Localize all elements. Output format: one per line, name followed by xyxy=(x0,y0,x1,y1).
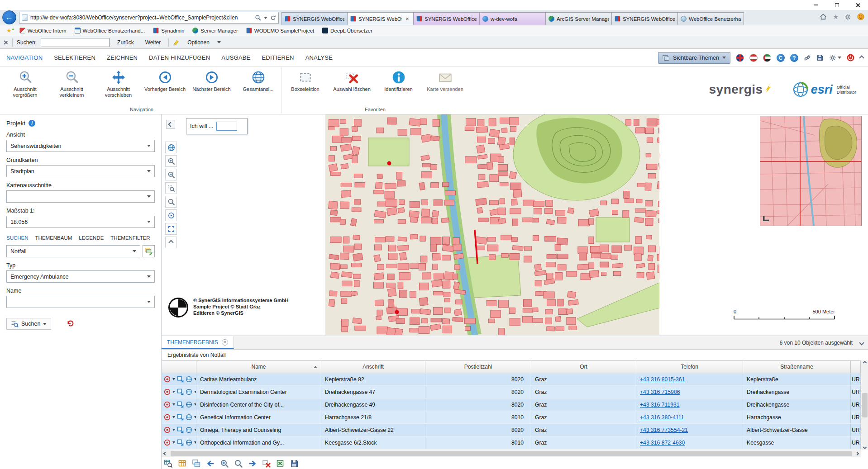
typ-select[interactable]: Emergency Ambulance xyxy=(6,270,155,283)
zoom-to-record-icon[interactable] xyxy=(177,388,184,395)
table-row[interactable]: Caritas Marieambulanz Keplerstraße 82 80… xyxy=(162,373,861,386)
vertical-scrollbar[interactable] xyxy=(861,360,868,450)
next-extent-tool[interactable]: Nächster Bereich xyxy=(188,67,235,106)
pan-tool[interactable]: Ausschnitt verschieben xyxy=(95,67,142,106)
find-input[interactable] xyxy=(41,38,110,47)
show-table-button[interactable] xyxy=(177,459,187,469)
save-icon[interactable] xyxy=(816,54,824,62)
highlight-target-icon[interactable] xyxy=(164,439,171,446)
scroll-up-icon[interactable] xyxy=(863,361,866,365)
browser-tab[interactable]: SYNERGIS WebOffice Ad... xyxy=(281,12,348,25)
zoom-scale-button[interactable] xyxy=(165,196,177,208)
telefon-link[interactable]: +43 316 773554-21 xyxy=(640,427,688,433)
suchthema-select[interactable]: Notfall xyxy=(6,245,140,257)
collapse-results-icon[interactable] xyxy=(859,340,864,345)
table-row[interactable]: Dermatological Examination Center Dreiha… xyxy=(162,386,861,398)
zoom-in-tool[interactable]: Ausschnitt vergrößern xyxy=(2,67,48,106)
scroll-left-icon[interactable] xyxy=(162,450,169,457)
grundkarten-select[interactable]: Stadtplan xyxy=(6,165,155,177)
settings-button[interactable] xyxy=(829,54,841,62)
box-selection-tool[interactable]: Boxselektion xyxy=(282,67,329,106)
previous-page-button[interactable] xyxy=(205,459,215,469)
i-will-input[interactable] xyxy=(216,122,237,131)
remove-result-button[interactable] xyxy=(262,459,272,469)
globe-icon[interactable] xyxy=(186,414,192,421)
send-map-tool[interactable]: Karte versenden xyxy=(422,67,468,106)
name-select[interactable] xyxy=(6,296,155,308)
search-icon[interactable] xyxy=(255,14,261,21)
collapse-sidebar-button[interactable] xyxy=(166,120,175,129)
tab-daten-hinzufuegen[interactable]: DATEN HINZUFÜGEN xyxy=(149,54,210,61)
tab-editieren[interactable]: EDITIEREN xyxy=(262,54,294,61)
overview-map[interactable] xyxy=(760,116,862,226)
column-telefon[interactable]: Telefon xyxy=(636,361,743,373)
add-favorite-icon[interactable]: ★ xyxy=(3,27,15,34)
zoom-to-selected-button[interactable] xyxy=(234,459,243,469)
close-button[interactable] xyxy=(847,0,868,10)
german-flag-icon[interactable] xyxy=(749,54,758,62)
ansicht-select[interactable]: Sehenswürdigkeiten xyxy=(6,140,155,152)
highlight-target-icon[interactable] xyxy=(164,376,171,383)
sidebar-tab-legende[interactable]: LEGENDE xyxy=(79,235,104,241)
telefon-link[interactable]: +43 316 715906 xyxy=(640,389,680,395)
column-url-partial[interactable] xyxy=(851,361,861,373)
zoom-to-record-icon[interactable] xyxy=(177,426,184,433)
browser-tab[interactable]: SYNERGIS WebOffice Ad... xyxy=(414,12,480,25)
favorite-item[interactable]: WebOffice Benutzerhand... xyxy=(71,25,149,36)
zoom-to-record-icon[interactable] xyxy=(177,401,184,408)
sidebar-tab-suchen[interactable]: SUCHEN xyxy=(6,235,29,241)
table-row[interactable]: Disinfection Center of the City of... Dr… xyxy=(162,398,861,411)
chevron-down-icon[interactable] xyxy=(264,17,267,19)
globe-icon[interactable] xyxy=(186,401,192,408)
zoom-to-record-icon[interactable] xyxy=(177,376,184,383)
full-extent-tool[interactable]: Gesamtansi... xyxy=(235,67,281,106)
search-button[interactable]: Suchen xyxy=(6,318,51,330)
scrollbar-thumb[interactable] xyxy=(171,451,852,456)
zoom-to-all-button[interactable] xyxy=(219,459,229,469)
map-zoom-out-button[interactable] xyxy=(165,169,177,180)
tab-ausgabe[interactable]: AUSGABE xyxy=(221,54,250,61)
copyright-icon[interactable] xyxy=(777,54,785,62)
massstab-select[interactable]: 18.056 xyxy=(6,216,155,228)
find-forward-button[interactable]: Weiter xyxy=(142,38,164,47)
telefon-link[interactable]: +43 316 872-4630 xyxy=(640,440,685,446)
previous-extent-tool[interactable]: Vorheriger Bereich xyxy=(142,67,188,106)
gear-icon[interactable] xyxy=(844,14,851,20)
minimize-button[interactable] xyxy=(806,0,826,10)
sidebar-tab-themenfilter[interactable]: THEMENFILTER xyxy=(110,235,150,241)
maximize-button[interactable] xyxy=(826,0,847,10)
horizontal-scrollbar[interactable] xyxy=(162,450,861,457)
collapse-ribbon-icon[interactable] xyxy=(859,55,864,60)
column-postleitzahl[interactable]: Postleitzahl xyxy=(425,361,531,373)
chevron-down-icon[interactable] xyxy=(172,416,175,418)
english-flag-icon[interactable] xyxy=(736,54,744,62)
telefon-link[interactable]: +43 316 380-4111 xyxy=(640,414,684,421)
clear-selection-tool[interactable]: Auswahl löschen xyxy=(329,67,375,106)
export-excel-button[interactable] xyxy=(276,459,286,469)
highlight-target-icon[interactable] xyxy=(164,388,171,395)
telefon-link[interactable]: +43 316 8015-361 xyxy=(640,376,685,383)
globe-icon[interactable] xyxy=(186,439,192,446)
refresh-icon[interactable] xyxy=(270,15,276,21)
favorite-item[interactable]: WebOffice Intern xyxy=(15,25,71,36)
highlight-marker-icon[interactable] xyxy=(173,39,180,46)
chevron-down-icon[interactable] xyxy=(172,378,175,380)
tab-navigation[interactable]: NAVIGATION xyxy=(6,54,43,61)
find-back-button[interactable]: Zurück xyxy=(114,38,138,47)
address-bar[interactable]: http://w-dev-wofa:8080/WebOffice/synserv… xyxy=(19,12,279,24)
visible-themes-button[interactable]: Sichtbare Themen xyxy=(658,52,730,64)
chevron-down-icon[interactable] xyxy=(172,429,175,431)
globe-icon[interactable] xyxy=(186,388,192,395)
tab-analyse[interactable]: ANALYSE xyxy=(305,54,333,61)
browser-tab-active[interactable]: SYNERGIS WebOffice ... xyxy=(348,12,414,25)
help-icon[interactable] xyxy=(790,54,798,62)
table-row[interactable]: Genetical Information Center Harrachgass… xyxy=(162,411,861,424)
i-will-box[interactable]: Ich will ... xyxy=(186,118,248,134)
map-zoom-in-button[interactable] xyxy=(165,155,177,167)
scrollbar-thumb[interactable] xyxy=(862,393,868,417)
center-map-button[interactable] xyxy=(165,209,177,221)
arabic-flag-icon[interactable] xyxy=(763,54,771,62)
map-canvas[interactable] xyxy=(325,114,659,335)
reset-search-icon[interactable] xyxy=(67,320,75,328)
favorite-item[interactable]: DeepL Übersetzer xyxy=(318,25,377,36)
